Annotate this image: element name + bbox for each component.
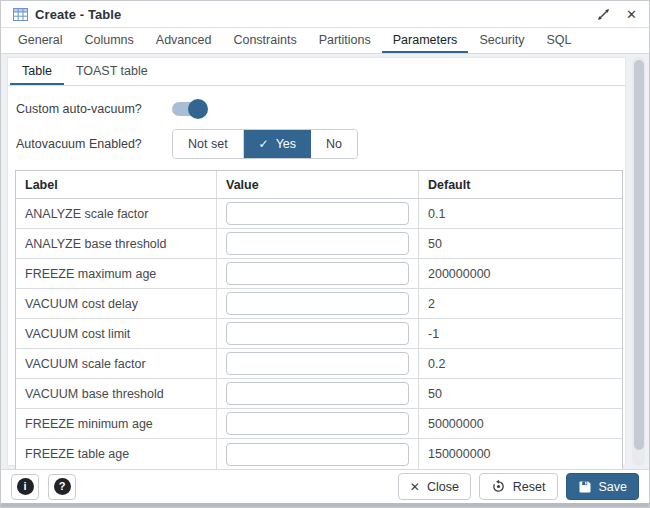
value-input-freeze-table-age[interactable] [226, 443, 409, 466]
segment-not-set[interactable]: Not set [173, 130, 244, 158]
save-button-label: Save [599, 480, 628, 494]
close-button-label: Close [427, 480, 459, 494]
table-row: FREEZE table age 150000000 [16, 439, 622, 469]
row-default: -1 [419, 319, 622, 348]
tab-columns[interactable]: Columns [73, 28, 144, 53]
value-input-vacuum-scale-factor[interactable] [226, 352, 409, 375]
table-row: ANALYZE base threshold 50 [16, 229, 622, 259]
header-label: Label [16, 171, 217, 198]
parameter-subtabs: Table TOAST table [8, 58, 625, 86]
value-input-vacuum-cost-limit[interactable] [226, 322, 409, 345]
dialog-tabs: General Columns Advanced Constraints Par… [1, 28, 649, 54]
vertical-scrollbar[interactable] [632, 57, 645, 466]
tab-sql[interactable]: SQL [536, 28, 583, 53]
parameters-content: Table TOAST table Custom auto-vacuum? Au… [1, 54, 649, 470]
segment-no[interactable]: No [311, 130, 357, 158]
row-label: VACUUM scale factor [16, 349, 217, 378]
reset-button-label: Reset [513, 480, 546, 494]
row-default: 200000000 [419, 259, 622, 288]
subtab-toast-table[interactable]: TOAST table [64, 58, 160, 85]
dialog-footer: i ? ✕ Close Reset [1, 469, 649, 503]
help-button[interactable]: ? [48, 474, 76, 500]
table-row: VACUUM base threshold 50 [16, 379, 622, 409]
custom-autovacuum-label: Custom auto-vacuum? [16, 102, 168, 116]
row-label: FREEZE minimum age [16, 409, 217, 438]
row-label: FREEZE table age [16, 439, 217, 469]
row-default: 50 [419, 229, 622, 258]
value-input-freeze-maximum-age[interactable] [226, 262, 409, 285]
tab-general[interactable]: General [7, 28, 73, 53]
tab-constraints[interactable]: Constraints [222, 28, 307, 53]
close-icon: ✕ [626, 8, 637, 21]
table-row: VACUUM cost delay 2 [16, 289, 622, 319]
header-default: Default [419, 171, 622, 198]
table-row: FREEZE minimum age 50000000 [16, 409, 622, 439]
save-icon [578, 480, 592, 494]
tab-parameters[interactable]: Parameters [382, 28, 469, 53]
value-input-analyze-scale-factor[interactable] [226, 202, 409, 225]
row-default: 2 [419, 289, 622, 318]
reset-button[interactable]: Reset [479, 473, 558, 500]
row-label: VACUUM cost limit [16, 319, 217, 348]
save-button[interactable]: Save [566, 473, 640, 500]
row-default: 0.1 [419, 199, 622, 228]
subtab-table[interactable]: Table [10, 58, 64, 85]
segment-yes[interactable]: ✓ Yes [244, 130, 311, 158]
row-label: ANALYZE scale factor [16, 199, 217, 228]
row-label: FREEZE maximum age [16, 259, 217, 288]
row-default: 150000000 [419, 439, 622, 469]
expand-dialog-button[interactable] [597, 8, 610, 21]
close-icon: ✕ [410, 480, 420, 494]
custom-autovacuum-toggle[interactable] [172, 99, 206, 119]
tab-advanced[interactable]: Advanced [145, 28, 223, 53]
expand-icon [597, 8, 610, 21]
help-icon: ? [54, 478, 71, 495]
table-row: VACUUM scale factor 0.2 [16, 349, 622, 379]
value-input-vacuum-base-threshold[interactable] [226, 382, 409, 405]
autovacuum-enabled-group: Not set ✓ Yes No [172, 129, 358, 159]
close-dialog-button[interactable]: ✕ [626, 8, 637, 21]
check-icon: ✓ [259, 137, 269, 151]
row-default: 0.2 [419, 349, 622, 378]
scrollbar-thumb[interactable] [634, 60, 644, 450]
value-input-freeze-minimum-age[interactable] [226, 412, 409, 435]
value-input-vacuum-cost-delay[interactable] [226, 292, 409, 315]
reset-icon [491, 479, 506, 494]
grid-header-row: Label Value Default [16, 171, 622, 199]
create-table-dialog: Create - Table ✕ General Columns Advance… [0, 0, 650, 508]
info-icon: i [17, 478, 34, 495]
close-button[interactable]: ✕ Close [398, 473, 471, 500]
autovacuum-enabled-label: Autovacuum Enabled? [16, 137, 168, 151]
value-input-analyze-base-threshold[interactable] [226, 232, 409, 255]
header-value: Value [217, 171, 419, 198]
custom-autovacuum-row: Custom auto-vacuum? [16, 96, 625, 122]
row-default: 50000000 [419, 409, 622, 438]
parameters-grid: Label Value Default ANALYZE scale factor… [15, 170, 623, 470]
table-subpanel: Table TOAST table Custom auto-vacuum? Au… [7, 57, 626, 466]
segment-yes-label: Yes [276, 137, 296, 151]
row-label: VACUUM base threshold [16, 379, 217, 408]
table-row: ANALYZE scale factor 0.1 [16, 199, 622, 229]
table-row: VACUUM cost limit -1 [16, 319, 622, 349]
title-bar: Create - Table ✕ [1, 1, 649, 28]
row-label: ANALYZE base threshold [16, 229, 217, 258]
tab-partitions[interactable]: Partitions [308, 28, 382, 53]
info-button[interactable]: i [11, 474, 39, 500]
toggle-knob [188, 99, 208, 119]
table-grid-icon [13, 8, 28, 21]
table-row: FREEZE maximum age 200000000 [16, 259, 622, 289]
row-label: VACUUM cost delay [16, 289, 217, 318]
tab-security[interactable]: Security [468, 28, 535, 53]
dialog-title: Create - Table [35, 7, 121, 22]
window-bottom-edge [1, 503, 649, 507]
row-default: 50 [419, 379, 622, 408]
autovacuum-enabled-row: Autovacuum Enabled? Not set ✓ Yes No [16, 129, 625, 159]
